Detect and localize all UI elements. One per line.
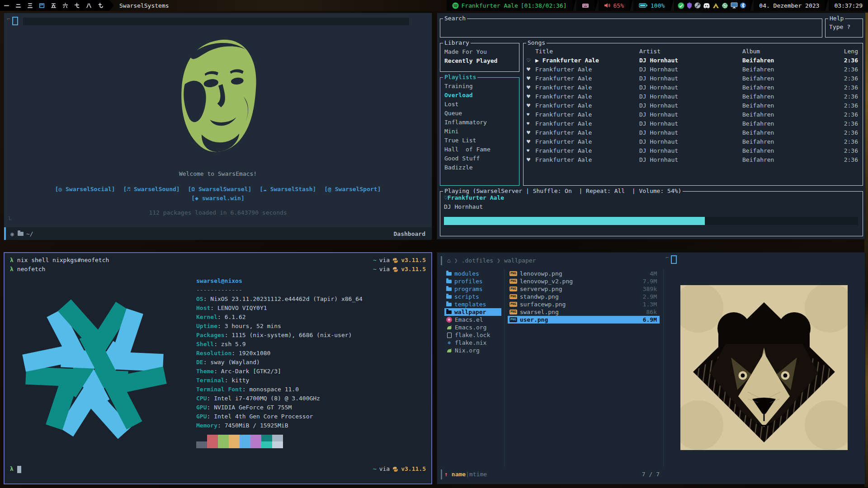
breadcrumb-wallpaper[interactable]: wallpaper <box>504 257 536 264</box>
emacs-file-icon: e <box>446 317 452 323</box>
heart-icon[interactable]: ♥ <box>524 92 535 101</box>
shield-icon[interactable] <box>687 2 692 9</box>
song-row-playing[interactable]: ♡ ▶ Frankfurter Aale DJ Hornhaut Beifahr… <box>524 56 863 65</box>
image-row[interactable]: PNGstandwp.png2.9M <box>508 293 660 300</box>
song-row[interactable]: ♥ Frankfurter Aale DJ Hornhaut Beifahren… <box>524 155 863 164</box>
link-swarsel-win[interactable]: [◆ swarsel.win] <box>4 195 432 202</box>
terminal-color-palette <box>196 435 283 448</box>
song-row[interactable]: ♥ Frankfurter Aale DJ Hornhaut Beifahren… <box>524 146 863 155</box>
link-swarselsocial[interactable]: [◎ SwarselSocial] <box>55 186 115 192</box>
tent-icon[interactable] <box>712 3 719 9</box>
heart-icon[interactable]: ♥ <box>524 155 535 164</box>
heart-icon[interactable]: ♥ <box>524 110 535 119</box>
modeline-path: ~/ <box>26 230 33 237</box>
keyboard-module[interactable] <box>580 3 591 8</box>
file-row-emacs-el[interactable]: eEmacs.el <box>444 316 501 324</box>
clock-module[interactable]: 03:37:29 <box>832 2 864 9</box>
heart-icon[interactable]: ♥ <box>524 137 535 146</box>
song-row[interactable]: ♥ Frankfurter Aale DJ Hornhaut Beifahren… <box>524 101 863 110</box>
playlist-overload-selected[interactable]: Overload <box>440 91 519 100</box>
image-row-user-png-selected[interactable]: PNGuser.png6.9M <box>508 316 660 324</box>
workspace-7[interactable] <box>73 2 81 9</box>
workspace-3[interactable] <box>26 2 34 9</box>
breadcrumb-dotfiles[interactable]: .dotfiles <box>462 257 493 264</box>
song-row[interactable]: ♥ Frankfurter Aale DJ Hornhaut Beifahren… <box>524 92 863 101</box>
heart-icon[interactable]: ♥ <box>524 119 535 128</box>
song-row[interactable]: ♥ Frankfurter Aale DJ Hornhaut Beifahren… <box>524 110 863 119</box>
date-module[interactable]: 04. Dezember 2023 <box>757 2 821 9</box>
dir-row-templates[interactable]: templates <box>444 300 501 308</box>
sort-direction-icon[interactable]: ↑ <box>444 470 448 479</box>
library-item-made-for-you[interactable]: Made For You <box>440 47 519 56</box>
playlist-inflammatory[interactable]: Inflammatory <box>440 118 519 127</box>
dir-row-wallpaper-selected[interactable]: wallpaper <box>444 308 501 316</box>
playlist-lost[interactable]: Lost <box>440 100 519 109</box>
file-row-emacs-org[interactable]: Emacs.org <box>444 324 501 331</box>
dir-row-scripts[interactable]: scripts <box>444 293 501 300</box>
volume-module[interactable]: 65% <box>602 2 626 9</box>
heart-icon[interactable]: ♥ <box>524 83 535 92</box>
heart-icon[interactable]: ♥ <box>524 146 535 155</box>
now-artist: DJ Hornhaut <box>444 203 483 210</box>
file-row-flake-nix[interactable]: ❄flake.nix <box>444 339 501 347</box>
home-icon[interactable]: ⌂ <box>447 257 451 264</box>
song-row[interactable]: ♥ Frankfurter Aale DJ Hornhaut Beifahren… <box>524 65 863 74</box>
dir-row-modules[interactable]: modules <box>444 270 501 277</box>
sort-alt-field[interactable]: mtime <box>469 470 487 479</box>
song-row[interactable]: ♥ Frankfurter Aale DJ Hornhaut Beifahren… <box>524 119 863 128</box>
dir-row-programs[interactable]: programs <box>444 285 501 293</box>
now-heart-icon[interactable]: ♡ <box>444 194 448 201</box>
command-2: neofetch <box>17 266 46 272</box>
heart-outline-icon[interactable]: ♡ <box>524 56 535 65</box>
image-row[interactable]: PNGsurfacewp.png1.3M <box>508 300 660 308</box>
spotify-module[interactable]: Frankfurter Aale [01:38/02:36] <box>450 2 569 9</box>
playlist-mini[interactable]: Mini <box>440 127 519 136</box>
workspace-4-active[interactable] <box>38 2 46 9</box>
syncthing-check-icon[interactable] <box>678 2 684 9</box>
song-row[interactable]: ♥ Frankfurter Aale DJ Hornhaut Beifahren… <box>524 128 863 137</box>
workspace-9[interactable] <box>97 2 104 9</box>
sort-field[interactable]: name <box>452 470 466 479</box>
file-row-flake-lock[interactable]: flake.lock <box>444 331 501 339</box>
heart-icon[interactable]: ♥ <box>524 101 535 110</box>
volume-value: 65% <box>613 2 624 9</box>
system-tray <box>678 2 746 9</box>
playlist-good-stuff[interactable]: Good Stuff <box>440 154 519 163</box>
heart-icon[interactable]: ♥ <box>524 65 535 74</box>
link-swarselswarsel[interactable]: [Ω SwarselSwarsel] <box>188 186 251 192</box>
image-row[interactable]: PNGlenovowp_v2.png7.9M <box>508 277 660 285</box>
workspace-1[interactable] <box>3 2 10 9</box>
discord-icon[interactable] <box>703 3 710 9</box>
playlist-true-list[interactable]: True List <box>440 136 519 145</box>
workspace-2[interactable] <box>14 2 22 9</box>
workspace-6[interactable] <box>61 2 69 9</box>
file-row-nix-org[interactable]: Nix.org <box>444 347 501 354</box>
workspace-5[interactable] <box>50 2 57 9</box>
image-row[interactable]: PNGlenovowp.png4M <box>508 270 660 277</box>
battery-module[interactable]: 100% <box>637 2 666 9</box>
dir-row-profiles[interactable]: profiles <box>444 277 501 285</box>
image-row[interactable]: PNGswarsel.png86k <box>508 308 660 316</box>
link-swarselsport[interactable]: [@ SwarselSport] <box>324 186 381 192</box>
terminal-window[interactable]: λnix shell nixpkgs#neofetch ~viav3.11.5 … <box>4 252 432 484</box>
library-item-recently-played[interactable]: Recently Played <box>440 56 519 66</box>
steam-icon[interactable] <box>694 2 701 9</box>
song-row[interactable]: ♥ Frankfurter Aale DJ Hornhaut Beifahren… <box>524 74 863 83</box>
playlist-hall-of-fame[interactable]: Hall of Fame <box>440 145 519 154</box>
progress-bar[interactable] <box>444 217 858 225</box>
workspace-8[interactable] <box>85 2 93 9</box>
heart-icon[interactable]: ♥ <box>524 128 535 137</box>
song-row[interactable]: ♥ Frankfurter Aale DJ Hornhaut Beifahren… <box>524 137 863 146</box>
playlist-badizzle[interactable]: Badizzle <box>440 163 519 172</box>
heart-icon[interactable]: ♥ <box>524 74 535 83</box>
link-swarselstash[interactable]: [☁ SwarselStash] <box>259 186 316 192</box>
link-swarselsound[interactable]: [♬ SwarselSound] <box>123 186 179 192</box>
search-input[interactable] <box>440 19 822 37</box>
playlist-queue[interactable]: Queue <box>440 109 519 118</box>
helm-icon[interactable] <box>722 2 728 9</box>
playlist-training[interactable]: Training <box>440 82 519 91</box>
song-row[interactable]: ♥ Frankfurter Aale DJ Hornhaut Beifahren… <box>524 83 863 92</box>
bluetooth-icon[interactable] <box>740 2 746 9</box>
image-row[interactable]: PNGserverwp.png389k <box>508 285 660 293</box>
display-icon[interactable] <box>731 2 738 9</box>
